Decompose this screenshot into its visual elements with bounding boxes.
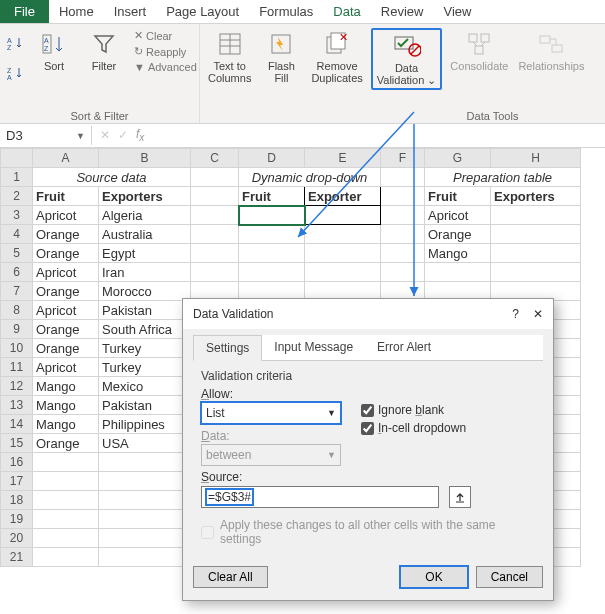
cell[interactable]: Egypt (99, 244, 191, 263)
cell[interactable]: Exporter (305, 187, 381, 206)
cell[interactable] (33, 529, 99, 548)
cell[interactable]: South Africa (99, 320, 191, 339)
cell[interactable]: Apricot (425, 206, 491, 225)
cancel-icon[interactable]: ✕ (100, 128, 110, 142)
cell[interactable] (381, 187, 425, 206)
tab-review[interactable]: Review (371, 0, 434, 23)
row-header[interactable]: 7 (1, 282, 33, 301)
cell[interactable]: Mango (33, 396, 99, 415)
cell[interactable]: Pakistan (99, 301, 191, 320)
cell[interactable]: Orange (33, 320, 99, 339)
cell[interactable] (33, 510, 99, 529)
incell-dropdown-checkbox[interactable]: In-cell dropdown (361, 421, 466, 435)
row-header[interactable]: 14 (1, 415, 33, 434)
cell[interactable]: Fruit (425, 187, 491, 206)
cell[interactable]: Orange (33, 282, 99, 301)
cell[interactable]: Apricot (33, 206, 99, 225)
cell[interactable]: Fruit (33, 187, 99, 206)
consolidate-button[interactable]: Consolidate (448, 28, 510, 74)
tab-view[interactable]: View (433, 0, 481, 23)
cell[interactable] (491, 206, 581, 225)
cell[interactable] (239, 225, 305, 244)
row-header[interactable]: 9 (1, 320, 33, 339)
filter-button[interactable]: Filter (82, 28, 126, 74)
row-header[interactable]: 1 (1, 168, 33, 187)
relationships-button[interactable]: Relationships (516, 28, 586, 74)
ignore-blank-checkbox[interactable]: Ignore blank (361, 403, 466, 417)
cell[interactable] (305, 244, 381, 263)
cell[interactable]: Orange (33, 434, 99, 453)
cell[interactable]: Exporters (99, 187, 191, 206)
row-header[interactable]: 3 (1, 206, 33, 225)
allow-dropdown[interactable]: List▼ (201, 402, 341, 424)
tab-insert[interactable]: Insert (104, 0, 157, 23)
cell[interactable] (99, 472, 191, 491)
cell[interactable]: Mango (33, 377, 99, 396)
reapply-button[interactable]: ↻Reapply (132, 44, 199, 59)
cell[interactable]: Orange (425, 225, 491, 244)
cell[interactable] (99, 453, 191, 472)
cell[interactable]: Dynamic drop-down (239, 168, 381, 187)
cell[interactable] (239, 263, 305, 282)
cell[interactable] (191, 187, 239, 206)
sort-button[interactable]: AZ Sort (32, 28, 76, 74)
row-header[interactable]: 8 (1, 301, 33, 320)
dialog-tab-input-message[interactable]: Input Message (262, 335, 365, 360)
cell[interactable]: Mango (425, 244, 491, 263)
row-header[interactable]: 5 (1, 244, 33, 263)
col-header[interactable]: A (33, 149, 99, 168)
sort-az-button[interactable]: AZ (6, 28, 26, 58)
cell[interactable]: Turkey (99, 339, 191, 358)
row-header[interactable]: 16 (1, 453, 33, 472)
cell[interactable]: Exporters (491, 187, 581, 206)
row-header[interactable]: 19 (1, 510, 33, 529)
col-header[interactable]: F (381, 149, 425, 168)
cell[interactable] (33, 491, 99, 510)
cell[interactable] (381, 263, 425, 282)
cell[interactable] (491, 244, 581, 263)
cell[interactable]: Turkey (99, 358, 191, 377)
cell[interactable] (381, 225, 425, 244)
advanced-button[interactable]: ▼Advanced (132, 60, 199, 74)
row-header[interactable]: 6 (1, 263, 33, 282)
cell[interactable]: Source data (33, 168, 191, 187)
cell[interactable] (381, 244, 425, 263)
cell[interactable] (239, 206, 305, 225)
cell[interactable] (191, 244, 239, 263)
cell[interactable] (191, 225, 239, 244)
remove-duplicates-button[interactable]: ✕ Remove Duplicates (309, 28, 364, 86)
cell[interactable] (33, 453, 99, 472)
row-header[interactable]: 12 (1, 377, 33, 396)
row-header[interactable]: 2 (1, 187, 33, 206)
row-header[interactable]: 10 (1, 339, 33, 358)
data-validation-button[interactable]: Data Validation ⌄ (375, 30, 439, 88)
cell[interactable] (239, 244, 305, 263)
col-header[interactable]: C (191, 149, 239, 168)
range-selector-button[interactable] (449, 486, 471, 508)
cell[interactable]: Mexico (99, 377, 191, 396)
cell[interactable]: Philippines (99, 415, 191, 434)
name-box[interactable]: D3▼ (0, 126, 92, 145)
cancel-button[interactable]: Cancel (476, 566, 543, 588)
cell[interactable]: USA (99, 434, 191, 453)
tab-data[interactable]: Data (323, 0, 370, 23)
cell[interactable]: Apricot (33, 301, 99, 320)
cell[interactable] (33, 548, 99, 567)
col-header[interactable]: H (491, 149, 581, 168)
cell[interactable] (191, 263, 239, 282)
cell[interactable] (425, 263, 491, 282)
row-header[interactable]: 15 (1, 434, 33, 453)
cell[interactable] (491, 225, 581, 244)
cell[interactable] (99, 529, 191, 548)
cell[interactable]: Orange (33, 339, 99, 358)
row-header[interactable]: 11 (1, 358, 33, 377)
cell[interactable] (305, 206, 381, 225)
cell[interactable]: Mango (33, 415, 99, 434)
cell[interactable]: Algeria (99, 206, 191, 225)
cell[interactable]: Iran (99, 263, 191, 282)
row-header[interactable]: 20 (1, 529, 33, 548)
cell[interactable] (381, 168, 425, 187)
clear-all-button[interactable]: Clear All (193, 566, 268, 588)
tab-home[interactable]: Home (49, 0, 104, 23)
select-all-cell[interactable] (1, 149, 33, 168)
